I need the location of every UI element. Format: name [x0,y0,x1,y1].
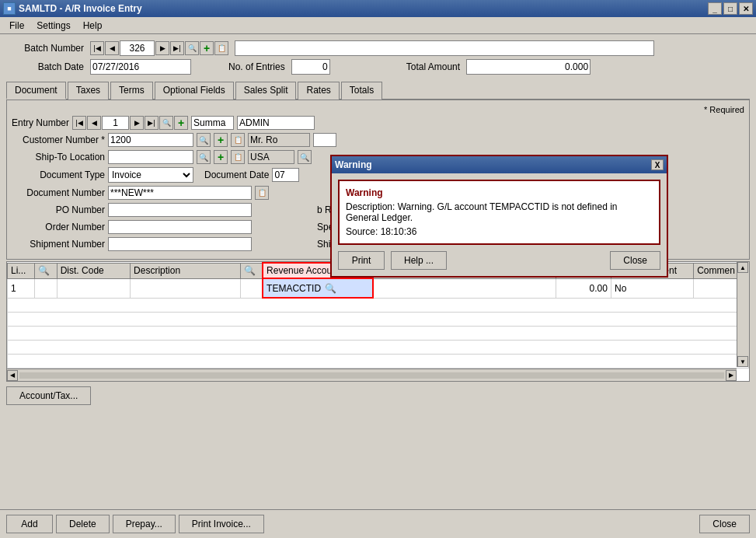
order-number-input[interactable] [108,220,252,234]
required-note: * Required [12,105,744,114]
prepay-button[interactable]: Prepay... [113,515,176,533]
country-input [248,150,294,164]
to-input[interactable] [313,133,336,147]
tab-taxes[interactable]: Taxes [68,82,109,100]
dialog-help-button[interactable]: Help ... [391,251,447,270]
batch-delete-btn[interactable]: 📋 [214,41,228,55]
left-buttons: Add Delete Prepay... Print Invoice... [6,515,264,533]
menu-settings[interactable]: Settings [30,19,76,33]
tab-sales-split[interactable]: Sales Split [235,82,297,100]
customer-lookup-btn[interactable]: 🔍 [197,133,211,147]
cell-dist-code[interactable] [57,278,130,298]
dialog-print-button[interactable]: Print [338,251,385,270]
batch-first-btn[interactable]: |◀ [90,41,104,55]
entry-search-btn[interactable]: 🔍 [159,116,173,130]
ship-to-lookup-btn[interactable]: 🔍 [197,150,211,164]
menu-file[interactable]: File [3,19,30,33]
tab-optional-fields[interactable]: Optional Fields [155,82,234,100]
no-of-entries-input[interactable] [291,59,330,75]
cell-amount: 0.00 [556,278,611,298]
entry-next-btn[interactable]: ▶ [130,116,144,130]
dialog-title-bar: Warning X [332,156,667,173]
tab-rates[interactable]: Rates [298,82,339,100]
customer-add-btn[interactable]: + [214,133,228,147]
cell-revenue-account[interactable]: TEMACCTID 🔍 [263,278,373,298]
batch-date-input[interactable] [90,59,191,75]
cell-account-desc[interactable] [373,278,556,298]
admin-input[interactable] [237,116,315,130]
po-number-label: PO Number [12,204,105,215]
cell-lookup2 [240,278,263,298]
batch-date-row: Batch Date No. of Entries Total Amount [6,59,750,75]
batch-next-btn[interactable]: ▶ [155,41,169,55]
table-search-icon2: 🔍 [244,265,256,276]
batch-last-btn[interactable]: ▶| [170,41,184,55]
entry-number-input[interactable] [102,116,129,130]
table-scrollbar-v[interactable]: ▲ ▼ [737,262,749,367]
batch-extra-input[interactable] [235,40,654,56]
add-button[interactable]: Add [6,515,53,533]
table-row-empty5 [8,354,749,368]
warning-source: Source: 18:10:36 [346,226,653,237]
doc-date-input[interactable] [272,168,299,182]
revenue-search-icon[interactable]: 🔍 [325,283,336,294]
scroll-left-btn[interactable]: ◀ [7,370,18,381]
entry-add-btn[interactable]: + [174,116,188,130]
ship-to-label: Ship-To Location [12,152,105,162]
batch-search-btn[interactable]: 🔍 [185,41,199,55]
batch-prev-btn[interactable]: ◀ [105,41,119,55]
batch-number-input[interactable] [120,40,155,56]
scroll-right-btn[interactable]: ▶ [726,370,737,381]
country-lookup-btn[interactable]: 🔍 [298,150,312,164]
customer-number-input[interactable] [108,133,193,147]
main-window: Batch Number |◀ ◀ ▶ ▶| 🔍 + 📋 Batch Date … [0,34,756,538]
close-window-button[interactable]: ✕ [739,2,753,15]
app-icon: ■ [3,2,16,15]
line-items-table: Li... 🔍 Dist. Code Description 🔍 Revenue… [7,262,749,369]
dialog-buttons: Print Help ... Close [338,251,660,270]
tab-terms[interactable]: Terms [110,82,153,100]
menu-help[interactable]: Help [77,19,109,33]
dialog-content: Warning Description: Warning. G/L accoun… [332,173,667,276]
doc-type-select[interactable]: Invoice [108,167,193,183]
col-description: Description [131,263,241,278]
shipment-number-input[interactable] [108,237,252,251]
table-scrollbar-h[interactable]: ◀ ▶ [7,369,737,381]
ship-to-add-btn[interactable]: + [214,150,228,164]
tab-totals[interactable]: Totals [341,82,382,100]
dialog-close-button[interactable]: Close [610,251,660,270]
doc-date-label: Document Date [204,169,269,180]
customer-name-input [248,133,310,147]
maximize-button[interactable]: □ [723,2,737,15]
entry-first-btn[interactable]: |◀ [72,116,86,130]
summary-input[interactable] [191,116,234,130]
title-bar: ■ SAMLTD - A/R Invoice Entry _ □ ✕ [0,0,756,17]
delete-button[interactable]: Delete [56,515,110,533]
entry-number-label: Entry Number [12,117,69,128]
entry-last-btn[interactable]: ▶| [145,116,159,130]
doc-number-label: Document Number [12,187,105,198]
customer-copy-btn[interactable]: 📋 [231,133,245,147]
doc-number-copy-btn[interactable]: 📋 [255,186,269,200]
title-bar-text: SAMLTD - A/R Invoice Entry [19,3,142,14]
account-tax-button[interactable]: Account/Tax... [6,386,91,405]
doc-number-input[interactable] [108,186,252,200]
po-number-input[interactable] [108,203,252,217]
batch-add-btn[interactable]: + [200,41,214,55]
minimize-button[interactable]: _ [708,2,722,15]
ship-to-input[interactable] [108,150,193,164]
warning-description: Description: Warning. G/L account TEMPAC… [346,201,653,223]
print-invoice-button[interactable]: Print Invoice... [179,515,264,533]
cell-description[interactable] [131,278,241,298]
scroll-down-btn[interactable]: ▼ [737,356,748,367]
dialog-title-close-btn[interactable]: X [651,159,664,170]
batch-nav-controls: |◀ ◀ ▶ ▶| 🔍 + 📋 [90,40,228,56]
tab-document[interactable]: Document [6,82,66,100]
entry-prev-btn[interactable]: ◀ [87,116,101,130]
data-table-container: Li... 🔍 Dist. Code Description 🔍 Revenue… [6,261,750,382]
scroll-up-btn[interactable]: ▲ [737,262,748,273]
ship-to-copy-btn[interactable]: 📋 [231,150,245,164]
close-button[interactable]: Close [699,515,750,533]
doc-type-label: Document Type [12,169,105,180]
total-amount-input[interactable] [466,59,591,75]
